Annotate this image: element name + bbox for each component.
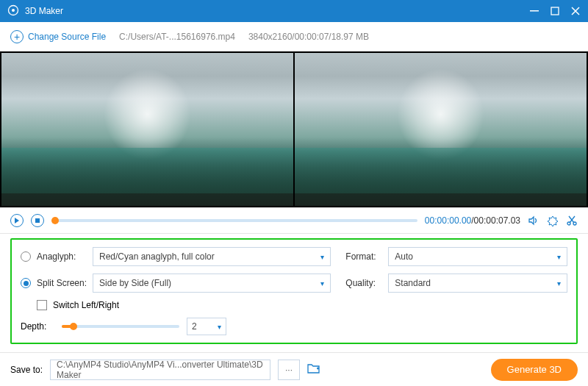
anaglyph-row: Anaglyph: Red/Cyan anaglyph, full color	[21, 247, 331, 266]
split-screen-row: Split Screen: Side by Side (Full)	[21, 274, 331, 293]
plus-icon: +	[10, 30, 24, 43]
source-file-meta: 3840x2160/00:00:07/18.97 MB	[248, 32, 369, 42]
svg-rect-2	[530, 10, 539, 12]
preview-left-eye	[1, 53, 293, 206]
app-title: 3D Maker	[25, 6, 63, 16]
window-controls	[529, 6, 581, 16]
format-row: Format: Auto	[345, 247, 567, 266]
maximize-icon[interactable]	[550, 6, 560, 16]
change-source-label: Change Source File	[28, 32, 106, 42]
generate-3d-button[interactable]: Generate 3D	[491, 359, 578, 381]
settings-right-column: Format: Auto Quality: Standard	[345, 247, 567, 335]
browse-button[interactable]: ···	[278, 360, 300, 380]
seek-thumb[interactable]	[51, 217, 59, 224]
switch-lr-row: Switch Left/Right	[21, 300, 331, 310]
footer: Save to: C:\AnyMP4 Studio\AnyMP4 Vi...on…	[0, 352, 588, 386]
play-button[interactable]	[10, 214, 24, 227]
svg-rect-4	[35, 218, 40, 223]
split-screen-select[interactable]: Side by Side (Full)	[93, 274, 331, 293]
change-source-button[interactable]: + Change Source File	[10, 30, 106, 43]
cut-icon[interactable]	[566, 215, 578, 226]
quality-label: Quality:	[345, 278, 382, 288]
svg-point-1	[12, 9, 15, 12]
depth-thumb[interactable]	[70, 323, 77, 330]
play-controls: 00:00:00.00/00:00:07.03	[0, 207, 588, 234]
app-icon	[7, 4, 19, 18]
duration: /00:00:07.03	[471, 215, 520, 226]
depth-row: Depth: 2	[21, 318, 331, 335]
save-path-input[interactable]: C:\AnyMP4 Studio\AnyMP4 Vi...onverter Ul…	[50, 360, 270, 380]
toolbar: + Change Source File C:/Users/AT-...1561…	[0, 22, 588, 51]
stop-button[interactable]	[31, 214, 44, 227]
titlebar: 3D Maker	[0, 0, 588, 22]
current-time: 00:00:00.00	[425, 215, 471, 226]
format-label: Format:	[345, 251, 382, 262]
timecode: 00:00:00.00/00:00:07.03	[425, 215, 520, 226]
format-select[interactable]: Auto	[388, 247, 567, 266]
volume-icon[interactable]	[528, 215, 539, 226]
svg-rect-3	[551, 7, 559, 15]
anaglyph-radio[interactable]	[21, 251, 31, 262]
depth-slider[interactable]	[62, 325, 179, 328]
quality-select[interactable]: Standard	[388, 274, 567, 293]
seek-slider[interactable]	[51, 219, 417, 222]
quality-row: Quality: Standard	[345, 274, 567, 293]
settings-left-column: Anaglyph: Red/Cyan anaglyph, full color …	[21, 247, 331, 335]
anaglyph-select[interactable]: Red/Cyan anaglyph, full color	[93, 247, 331, 266]
save-to-label: Save to:	[10, 365, 43, 375]
snapshot-icon[interactable]	[547, 215, 559, 226]
split-screen-label: Split Screen:	[37, 278, 87, 288]
switch-lr-checkbox[interactable]	[37, 300, 47, 310]
anaglyph-label: Anaglyph:	[37, 251, 87, 262]
open-folder-icon[interactable]	[307, 362, 320, 376]
minimize-icon[interactable]	[529, 6, 539, 16]
source-file-path: C:/Users/AT-...15616976.mp4	[119, 32, 235, 42]
preview-right-eye	[295, 53, 587, 206]
depth-value-select[interactable]: 2	[187, 318, 226, 335]
video-preview	[0, 51, 588, 207]
close-icon[interactable]	[570, 6, 581, 16]
settings-box: Anaglyph: Red/Cyan anaglyph, full color …	[10, 238, 578, 344]
settings-panel: Anaglyph: Red/Cyan anaglyph, full color …	[0, 234, 588, 351]
switch-lr-label: Switch Left/Right	[53, 300, 119, 310]
split-screen-radio[interactable]	[21, 278, 31, 288]
depth-label: Depth:	[21, 321, 54, 332]
